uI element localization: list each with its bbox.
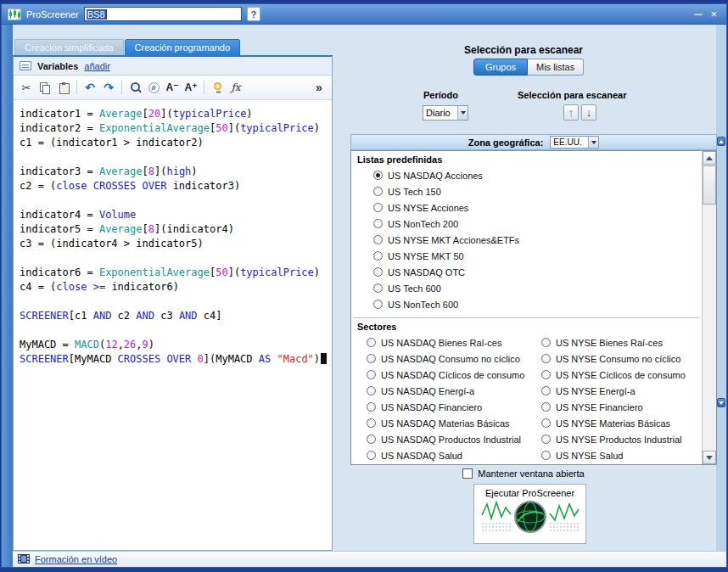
radio-icon[interactable]: [373, 283, 383, 293]
list-scroll-down-button[interactable]: [703, 451, 716, 464]
radio-icon[interactable]: [541, 402, 551, 412]
paste-icon[interactable]: [55, 79, 72, 96]
radio-option[interactable]: US NYSE Energí-a: [526, 383, 702, 399]
radio-icon[interactable]: [373, 267, 383, 277]
radio-option[interactable]: US NASDAQ Bienes Raí-ces: [351, 334, 526, 350]
groups-button[interactable]: Grupos: [473, 59, 528, 76]
radio-option[interactable]: US NYSE Financiero: [526, 399, 702, 415]
double-chevron-glyph: »: [316, 81, 322, 94]
period-select[interactable]: Diario: [423, 105, 468, 121]
redo-icon[interactable]: ↷: [100, 79, 117, 96]
copy-icon[interactable]: [36, 79, 53, 96]
radio-label: US NonTech 600: [388, 300, 458, 310]
radio-option[interactable]: US Tech 600: [351, 280, 702, 296]
list-scrollbar-thumb[interactable]: [703, 165, 716, 205]
move-down-button[interactable]: ↓: [581, 104, 596, 121]
zone-select[interactable]: EE.UU.: [550, 136, 599, 149]
keep-open-label: Mantener ventana abierta: [478, 468, 584, 479]
execute-proscreener-button[interactable]: Ejecutar ProScreener: [473, 484, 586, 544]
comment-icon[interactable]: //: [145, 79, 162, 96]
cut-icon[interactable]: ✂: [18, 79, 35, 96]
radio-option[interactable]: US NASDAQ Energí-a: [351, 383, 526, 399]
radio-option[interactable]: US NASDAQ Consumo no cíclico: [351, 350, 526, 367]
radio-option[interactable]: US NYSE Consumo no cíclico: [526, 350, 702, 367]
radio-option[interactable]: US NASDAQ Acciones: [351, 167, 702, 183]
radio-icon[interactable]: [367, 418, 376, 428]
scan-lists-content: Listas predefinidas US NASDAQ AccionesUS…: [351, 151, 702, 464]
radio-option[interactable]: US NYSE MKT 50: [351, 248, 702, 264]
radio-option[interactable]: US NASDAQ Materias Básicas: [351, 415, 526, 431]
radio-icon[interactable]: [367, 451, 376, 460]
undo-icon[interactable]: ↶: [81, 79, 98, 96]
expand-toolbar-icon[interactable]: »: [311, 79, 328, 96]
rename-help-icon[interactable]: ?: [247, 7, 260, 21]
radio-option[interactable]: US NASDAQ OTC: [351, 264, 702, 280]
radio-icon[interactable]: [367, 338, 376, 347]
screener-radar-image: [479, 498, 581, 536]
radio-option[interactable]: US NASDAQ Financiero: [351, 399, 526, 415]
radio-option[interactable]: US NonTech 200: [351, 216, 702, 232]
radio-icon[interactable]: [541, 435, 551, 444]
sectors-title: Sectores: [351, 318, 702, 334]
radio-option[interactable]: US NASDAQ Cíclicos de consumo: [351, 367, 526, 383]
radio-icon[interactable]: [373, 251, 383, 261]
code-editor[interactable]: indicator1 = Average[20](typicalPrice)in…: [14, 100, 332, 550]
add-variable-link[interactable]: añadir: [84, 61, 110, 71]
radio-option[interactable]: US NYSE Cíclicos de consumo: [526, 367, 702, 383]
list-scroll-up-button[interactable]: [703, 151, 716, 165]
radio-icon[interactable]: [541, 354, 551, 363]
radio-option[interactable]: US NYSE Acciones: [351, 199, 702, 216]
radio-icon[interactable]: [541, 338, 551, 347]
code-line: indicator1 = Average[20](typicalPrice): [20, 107, 329, 121]
code-line: [20, 150, 329, 165]
panel-scrollbar-track[interactable]: [716, 25, 726, 551]
search-icon[interactable]: [126, 79, 143, 96]
keep-open-checkbox[interactable]: [462, 468, 473, 479]
minimize-button[interactable]: ─: [694, 8, 702, 20]
tab-creacion-simplificada[interactable]: Creación simplificada: [14, 39, 124, 55]
my-lists-button[interactable]: Mis listas: [528, 59, 584, 76]
radio-option[interactable]: US NYSE Productos Industrial: [526, 431, 702, 447]
variables-panel-icon[interactable]: [20, 61, 31, 70]
radio-icon[interactable]: [541, 451, 551, 460]
radio-icon[interactable]: [367, 435, 376, 444]
panel-scroll-up-button[interactable]: [717, 137, 725, 146]
list-scrollbar[interactable]: [702, 151, 716, 464]
radio-option[interactable]: US NonTech 600: [351, 296, 702, 312]
radio-icon[interactable]: [373, 235, 383, 244]
radio-icon[interactable]: [373, 171, 383, 180]
radio-option[interactable]: US NYSE Bienes Raí-ces: [526, 334, 702, 350]
radio-icon[interactable]: [367, 402, 376, 412]
radio-icon[interactable]: [367, 370, 376, 379]
move-up-button[interactable]: ↑: [563, 104, 579, 121]
close-button[interactable]: ×: [710, 8, 717, 20]
radio-icon[interactable]: [373, 219, 383, 228]
panel-scroll-down-button[interactable]: [717, 398, 725, 407]
radio-label: US NYSE Materias Básicas: [556, 418, 670, 429]
radio-icon[interactable]: [373, 203, 383, 212]
radio-icon[interactable]: [367, 386, 376, 395]
titlebar[interactable]: ProScreener BS8 ? ─ ×: [2, 4, 726, 25]
radio-icon[interactable]: [541, 386, 551, 395]
video-training-link[interactable]: Formación en vídeo: [35, 554, 117, 564]
radio-option[interactable]: US NYSE Salud: [526, 447, 702, 463]
function-fx-icon[interactable]: ƒx: [227, 79, 244, 96]
increase-font-icon[interactable]: A⁺: [182, 79, 199, 96]
radio-option[interactable]: US NYSE MKT Acciones&ETFs: [351, 232, 702, 248]
code-line: MyMACD = MACD(12,26,9): [20, 338, 329, 352]
screener-name-input[interactable]: BS8: [84, 7, 242, 21]
suggestion-lightbulb-icon[interactable]: [209, 79, 226, 96]
radio-icon[interactable]: [541, 370, 551, 379]
radio-option[interactable]: US Tech 150: [351, 183, 702, 199]
radio-icon[interactable]: [373, 300, 383, 309]
radio-icon[interactable]: [367, 354, 376, 363]
radio-option[interactable]: US NYSE Materias Básicas: [526, 415, 702, 431]
radio-option[interactable]: US NASDAQ Productos Industrial: [351, 431, 526, 447]
decrease-font-icon[interactable]: A⁻: [164, 79, 181, 96]
tab-creacion-programando[interactable]: Creación programando: [125, 39, 241, 55]
radio-option[interactable]: US NASDAQ Salud: [351, 447, 526, 463]
radio-icon[interactable]: [373, 187, 383, 196]
radio-label: US NASDAQ Acciones: [388, 171, 483, 181]
radio-icon[interactable]: [541, 418, 551, 428]
dropdown-arrow-icon: [588, 137, 598, 148]
